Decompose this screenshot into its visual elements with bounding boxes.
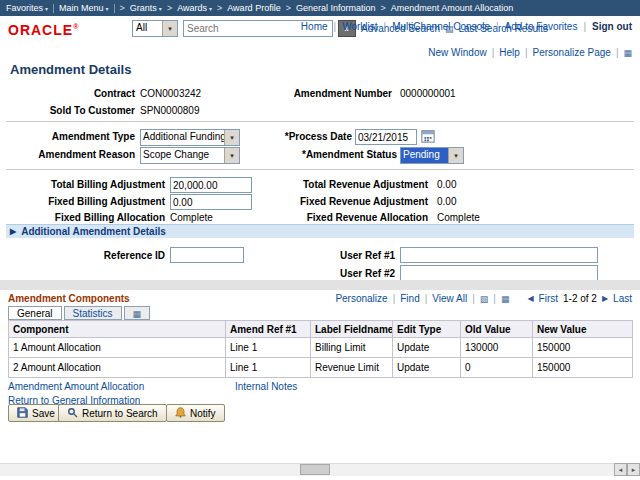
- tab-show-all-columns[interactable]: ▦: [124, 306, 151, 320]
- nav-home-link[interactable]: Home: [301, 21, 328, 32]
- amendment-reason-label: Amendment Reason: [38, 149, 135, 160]
- tab-statistics-label: Statistics: [73, 308, 113, 319]
- breadcrumb-label: Main Menu: [59, 3, 104, 13]
- column-header-old-value[interactable]: Old Value: [461, 321, 533, 338]
- chevron-down-icon: ▾: [162, 21, 177, 36]
- download-grid-icon[interactable]: ▦: [501, 294, 510, 304]
- return-to-search-button[interactable]: Return to Search: [58, 404, 167, 422]
- oracle-logo: ORACLE®: [8, 22, 79, 38]
- column-header-component[interactable]: Component: [9, 321, 226, 338]
- amendment-components-table: Component Amend Ref #1 Label Fieldname E…: [8, 320, 633, 378]
- scroll-right-button[interactable]: ▸: [627, 463, 640, 476]
- nav-worklist-link[interactable]: Worklist: [342, 21, 377, 32]
- registered-mark-icon: ®: [73, 23, 79, 30]
- pager-range: 1-2 of 2: [563, 293, 597, 304]
- help-link[interactable]: Help: [499, 47, 520, 58]
- amendment-type-label: Amendment Type: [52, 131, 135, 142]
- view-all-link[interactable]: View All: [432, 293, 467, 304]
- amendment-type-select[interactable]: Additional Funding ▾: [140, 129, 240, 146]
- oracle-logo-text: ORACLE: [8, 22, 73, 38]
- expand-arrow-icon[interactable]: ▶: [10, 227, 16, 236]
- separator: |: [472, 293, 475, 304]
- label-fieldname-cell: Billing Limit: [311, 338, 393, 358]
- popup-grid-icon[interactable]: ▧: [480, 294, 489, 304]
- chevron-down-icon: ▾: [224, 130, 239, 145]
- row-number: 1: [13, 342, 19, 353]
- component-name: Amount Allocation: [21, 342, 101, 353]
- separator: [114, 4, 115, 13]
- amendment-status-label: *Amendment Status: [302, 149, 397, 160]
- amendment-amount-allocation-link[interactable]: Amendment Amount Allocation: [8, 381, 144, 392]
- amendment-type-value: Additional Funding: [141, 130, 224, 145]
- sold-to-customer-label: Sold To Customer: [50, 105, 135, 116]
- tab-general[interactable]: General: [8, 306, 62, 320]
- column-header-edit-type[interactable]: Edit Type: [393, 321, 461, 338]
- component-cell: 2 Amount Allocation: [9, 358, 226, 378]
- first-link[interactable]: First: [539, 293, 558, 304]
- row-number: 2: [13, 362, 19, 373]
- scroll-left-button[interactable]: ◂: [614, 463, 627, 476]
- breadcrumb-main-menu[interactable]: Main Menu▾: [59, 3, 109, 13]
- calendar-icon[interactable]: [421, 129, 435, 145]
- column-header-new-value[interactable]: New Value: [533, 321, 633, 338]
- sign-out-link[interactable]: Sign out: [592, 21, 632, 32]
- breadcrumb-award-profile[interactable]: Award Profile: [227, 3, 280, 13]
- notify-button[interactable]: Notify: [166, 404, 225, 422]
- total-billing-adjustment-input[interactable]: [170, 177, 252, 193]
- breadcrumb-favorites[interactable]: Favorites▾: [6, 3, 48, 13]
- sold-to-customer-value: SPN0000809: [140, 105, 200, 116]
- contract-label: Contract: [94, 88, 135, 99]
- additional-amendment-details-section[interactable]: ▶ Additional Amendment Details: [6, 224, 634, 238]
- find-link[interactable]: Find: [400, 293, 419, 304]
- user-ref-1-input[interactable]: [400, 247, 598, 263]
- scrollbar-thumb[interactable]: [300, 464, 330, 475]
- save-button[interactable]: Save: [8, 404, 64, 422]
- separator: |: [496, 21, 499, 32]
- breadcrumb-awards[interactable]: Awards▾: [177, 3, 212, 13]
- new-window-link[interactable]: New Window: [428, 47, 486, 58]
- column-header-label-fieldname[interactable]: Label Fieldname: [311, 321, 393, 338]
- user-ref-2-label: User Ref #2: [340, 268, 395, 279]
- amendment-status-select[interactable]: Pending ▾: [400, 147, 464, 164]
- breadcrumb-amendment-amount-allocation[interactable]: Amendment Amount Allocation: [391, 3, 514, 13]
- copy-url-icon[interactable]: ▦: [623, 48, 632, 58]
- breadcrumb-grants[interactable]: Grants▾: [130, 3, 162, 13]
- divider: [6, 169, 634, 170]
- page-title: Amendment Details: [10, 62, 131, 77]
- separator: |: [393, 293, 396, 304]
- column-header-amend-ref[interactable]: Amend Ref #1: [226, 321, 311, 338]
- nav-add-to-favorites-link[interactable]: Add to Favorites: [505, 21, 578, 32]
- personalize-link[interactable]: Personalize: [335, 293, 387, 304]
- separator: |: [334, 21, 337, 32]
- fixed-billing-adjustment-input[interactable]: [170, 194, 252, 210]
- user-ref-2-input[interactable]: [400, 265, 598, 281]
- show-all-columns-icon: ▦: [133, 309, 142, 319]
- next-arrow-icon[interactable]: ▶: [602, 294, 608, 303]
- breadcrumb-general-information[interactable]: General Information: [296, 3, 376, 13]
- chevron-down-icon: ▾: [45, 5, 48, 12]
- nav-multichannel-console-link[interactable]: MultiChannel Console: [392, 21, 490, 32]
- breadcrumb-label: Awards: [177, 3, 207, 13]
- internal-notes-link[interactable]: Internal Notes: [235, 381, 297, 392]
- contract-value: CON0003242: [140, 88, 201, 99]
- reference-id-input[interactable]: [170, 247, 244, 263]
- breadcrumb-arrow-icon: >: [167, 3, 172, 13]
- search-scope-select[interactable]: All▾: [132, 20, 178, 37]
- last-link[interactable]: Last: [613, 293, 632, 304]
- process-date-input[interactable]: [355, 129, 417, 145]
- amendment-reason-select[interactable]: Scope Change ▾: [140, 147, 240, 164]
- separator: |: [493, 293, 496, 304]
- section-divider: [0, 280, 640, 290]
- first-arrow-icon[interactable]: ◀: [527, 294, 533, 303]
- chevron-down-icon: ▾: [448, 148, 463, 163]
- amendment-reason-value: Scope Change: [141, 148, 224, 163]
- breadcrumb-arrow-icon: >: [120, 3, 125, 13]
- total-revenue-adjustment-value: 0.00: [437, 179, 456, 190]
- table-row: 1 Amount Allocation Line 1 Billing Limit…: [9, 338, 633, 358]
- separator: |: [425, 293, 428, 304]
- fixed-billing-adjustment-label: Fixed Billing Adjustment: [48, 196, 165, 207]
- personalize-page-link[interactable]: Personalize Page: [532, 47, 610, 58]
- tab-statistics[interactable]: Statistics: [64, 306, 122, 320]
- breadcrumb-label: Grants: [130, 3, 157, 13]
- chevron-down-icon: ▾: [159, 5, 162, 12]
